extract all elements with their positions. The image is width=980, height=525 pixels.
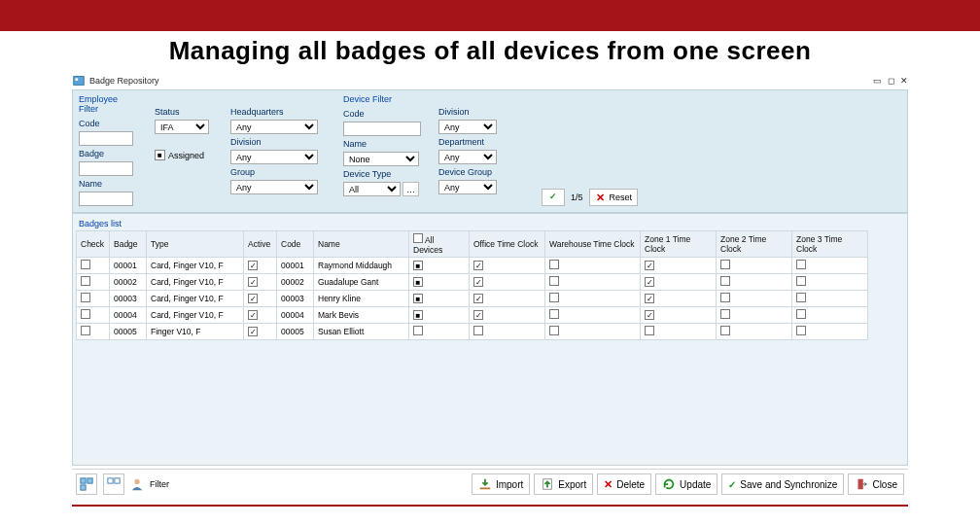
all-dev-rowbox[interactable]: ■	[413, 294, 423, 303]
x-icon: ✕	[595, 192, 607, 203]
table-row[interactable]: 00002Card, Finger V10, F00002Guadalupe G…	[77, 274, 868, 291]
reset-label: Reset	[610, 192, 633, 202]
cell-checkbox[interactable]	[645, 294, 654, 303]
cell-checkbox[interactable]	[796, 326, 806, 335]
cell-checkbox[interactable]	[720, 293, 730, 302]
cell-checkbox[interactable]	[645, 277, 654, 287]
cell-checkbox[interactable]	[796, 260, 806, 269]
dev-name-select[interactable]: None	[343, 152, 419, 166]
cell-checkbox[interactable]	[645, 261, 654, 270]
col-active[interactable]: Active	[244, 231, 277, 258]
name-input[interactable]	[79, 192, 133, 206]
col-name[interactable]: Name	[314, 231, 409, 258]
save-sync-button[interactable]: ✓Save and Synchronize	[721, 473, 844, 495]
close-button[interactable]: Close	[848, 473, 904, 495]
all-dev-rowbox[interactable]: ■	[413, 277, 423, 287]
close-icon[interactable]: ✕	[900, 76, 908, 86]
all-dev-rowbox[interactable]: ■	[413, 310, 423, 320]
device-filter-label: Device Filter	[343, 94, 419, 104]
badge-icon	[72, 74, 86, 88]
minimize-icon[interactable]: ▭	[873, 76, 882, 86]
cell-checkbox[interactable]	[248, 277, 258, 287]
badge-input[interactable]	[79, 161, 133, 176]
cell-checkbox[interactable]	[81, 276, 90, 286]
table-row[interactable]: 00003Card, Finger V10, F00003Henry Kline…	[77, 291, 868, 307]
deselect-all-button[interactable]	[103, 473, 124, 495]
cell-checkbox[interactable]	[720, 326, 730, 335]
cell-checkbox[interactable]	[549, 293, 559, 302]
col-code[interactable]: Code	[277, 231, 314, 258]
cell-checkbox[interactable]	[720, 309, 730, 319]
cell-checkbox[interactable]	[248, 310, 258, 320]
import-button[interactable]: Import	[472, 473, 530, 495]
col-d1[interactable]: Office Time Clock	[470, 231, 545, 258]
svg-rect-4	[81, 485, 86, 490]
col-d5[interactable]: Zone 3 Time Clock	[792, 231, 868, 258]
cell-checkbox[interactable]	[81, 260, 90, 269]
table-row[interactable]: 00001Card, Finger V10, F00001Raymond Mid…	[77, 258, 868, 274]
col-d2[interactable]: Warehouse Time Clock	[545, 231, 641, 258]
cell-checkbox[interactable]	[248, 327, 258, 336]
cell-checkbox[interactable]	[796, 276, 806, 286]
cell-checkbox[interactable]	[473, 294, 483, 303]
maximize-icon[interactable]: ◻	[888, 76, 894, 86]
table-row[interactable]: 00004Card, Finger V10, F00004Mark Bevis■	[77, 307, 868, 324]
code-label: Code	[79, 119, 135, 128]
cell-checkbox[interactable]	[81, 326, 90, 335]
dev-division-label: Division	[438, 107, 522, 117]
cell-checkbox[interactable]	[473, 277, 483, 287]
cell-checkbox[interactable]	[796, 293, 806, 302]
col-all-devices[interactable]: All Devices	[409, 231, 470, 258]
cell-checkbox[interactable]	[796, 309, 806, 319]
grid-panel: Badges list Check Badge Type Active Code…	[72, 213, 908, 466]
col-type[interactable]: Type	[147, 231, 244, 258]
device-group-select[interactable]: Any	[438, 180, 497, 194]
cell-checkbox[interactable]	[720, 260, 730, 269]
all-dev-rowbox[interactable]: ■	[413, 261, 423, 270]
col-d4[interactable]: Zone 2 Time Clock	[717, 231, 792, 258]
department-label: Department	[438, 137, 522, 147]
cell-checkbox[interactable]	[81, 309, 90, 319]
cell-checkbox[interactable]	[549, 260, 559, 269]
group-select[interactable]: Any	[230, 180, 318, 194]
cell-checkbox[interactable]	[549, 309, 559, 319]
col-badge[interactable]: Badge	[110, 231, 147, 258]
select-all-button[interactable]	[76, 473, 97, 495]
cell-checkbox[interactable]	[720, 276, 730, 286]
svg-rect-6	[115, 478, 120, 483]
svg-rect-5	[108, 478, 113, 483]
cell-checkbox[interactable]	[473, 310, 483, 320]
delete-button[interactable]: ✕Delete	[597, 473, 651, 495]
division-select[interactable]: Any	[230, 150, 318, 164]
export-button[interactable]: Export	[534, 473, 593, 495]
cell-checkbox[interactable]	[549, 276, 559, 286]
cell-checkbox[interactable]	[645, 310, 654, 320]
code-input[interactable]	[79, 131, 133, 146]
dev-code-label: Code	[343, 109, 419, 119]
cell-checkbox[interactable]	[248, 294, 258, 303]
device-type-select[interactable]: All	[343, 182, 401, 196]
svg-rect-3	[88, 478, 92, 483]
col-check[interactable]: Check	[77, 231, 110, 258]
all-dev-rowbox[interactable]	[413, 326, 423, 335]
assigned-checkbox[interactable]: ■	[155, 150, 165, 160]
dev-div-select[interactable]: Any	[438, 120, 497, 134]
department-select[interactable]: Any	[438, 150, 497, 164]
table-row[interactable]: 00005Finger V10, F00005Susan Elliott	[77, 324, 868, 340]
all-devices-checkbox[interactable]	[413, 233, 423, 243]
cell-checkbox[interactable]	[549, 326, 559, 335]
device-code-input[interactable]	[343, 122, 421, 136]
slide-title: Managing all badges of all devices from …	[0, 36, 980, 66]
cell-checkbox[interactable]	[473, 261, 483, 270]
cell-checkbox[interactable]	[248, 261, 258, 270]
status-select[interactable]: IFA	[155, 120, 209, 134]
update-button[interactable]: Update	[655, 473, 718, 495]
device-type-more-button[interactable]: …	[402, 182, 419, 196]
reset-button[interactable]: ✕Reset	[589, 189, 639, 206]
cell-checkbox[interactable]	[81, 293, 90, 302]
apply-button[interactable]: ✓	[542, 189, 565, 206]
headquarters-select[interactable]: Any	[230, 120, 318, 134]
cell-checkbox[interactable]	[473, 326, 483, 335]
col-d3[interactable]: Zone 1 Time Clock	[641, 231, 717, 258]
cell-checkbox[interactable]	[645, 326, 654, 335]
